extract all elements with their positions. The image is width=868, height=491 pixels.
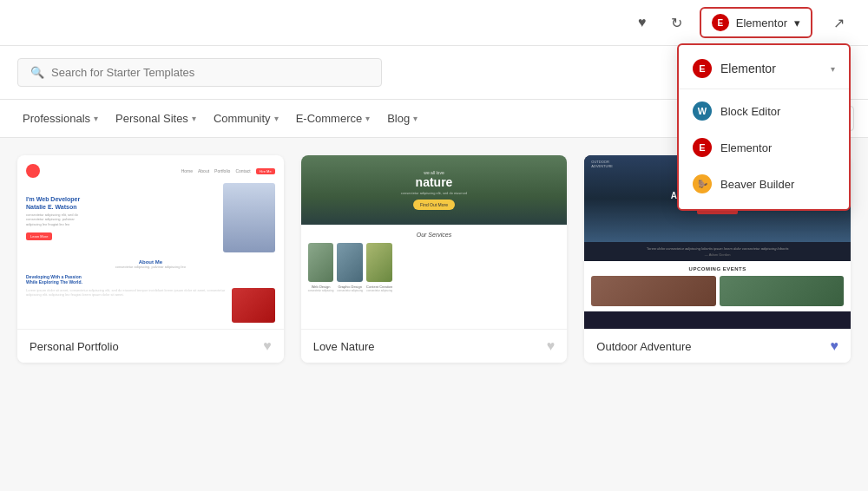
- template-preview-portfolio[interactable]: HomeAboutPortfolioContact Hire Me I'm We…: [17, 155, 284, 329]
- refresh-icon[interactable]: ↻: [665, 10, 689, 35]
- page-wrapper: ♥ ↻ E Elementor ▾ E Elementor ▾ W Block …: [0, 0, 868, 491]
- tab-professionals[interactable]: Professionals ▾: [14, 100, 107, 137]
- elementor-icon: E: [712, 14, 729, 31]
- favorites-icon[interactable]: ♥: [630, 10, 654, 35]
- block-editor-option[interactable]: W Block Editor: [679, 93, 849, 129]
- card-footer-outdoor-adventure: Outdoor Adventure ♥: [584, 329, 851, 363]
- pf-logo: [26, 164, 40, 178]
- elementor-menu-icon: E: [693, 59, 712, 78]
- tab-ecommerce-chevron: ▾: [365, 114, 370, 123]
- search-box[interactable]: 🔍: [17, 58, 382, 87]
- tab-professionals-chevron: ▾: [94, 114, 98, 123]
- elementor-option-label: Elementor: [720, 141, 772, 154]
- search-input[interactable]: [51, 66, 369, 79]
- external-link-icon[interactable]: ↗: [826, 10, 851, 35]
- dropdown-selected-item[interactable]: E Elementor ▾: [679, 52, 849, 89]
- card-footer-love-nature: Love Nature ♥: [301, 329, 568, 363]
- tab-blog[interactable]: Blog ▾: [378, 100, 426, 137]
- card-heart-portfolio[interactable]: ♥: [263, 338, 272, 354]
- card-heart-outdoor-adventure[interactable]: ♥: [830, 338, 838, 354]
- card-title-love-nature: Love Nature: [313, 340, 375, 353]
- tab-professionals-label: Professionals: [23, 112, 90, 125]
- tab-community-chevron: ▾: [274, 114, 279, 123]
- editor-selector-label: Elementor: [736, 16, 787, 29]
- tab-ecommerce-label: E-Commerce: [296, 112, 363, 125]
- beaver-builder-option[interactable]: 🦫 Beaver Builder: [679, 166, 849, 202]
- template-card-personal-portfolio: HomeAboutPortfolioContact Hire Me I'm We…: [17, 155, 284, 363]
- search-icon: 🔍: [30, 66, 44, 79]
- editor-dropdown-menu: E Elementor ▾ W Block Editor E Elementor…: [677, 43, 851, 211]
- elementor-option-icon: E: [693, 138, 712, 157]
- card-footer-portfolio: Personal Portfolio ♥: [17, 329, 284, 363]
- editor-selector-dropdown[interactable]: E Elementor ▾: [700, 7, 812, 38]
- dropdown-selected-chevron: ▾: [831, 64, 835, 74]
- beaver-builder-label: Beaver Builder: [720, 178, 794, 191]
- card-heart-love-nature[interactable]: ♥: [547, 338, 556, 354]
- tab-personal-sites[interactable]: Personal Sites ▾: [107, 100, 205, 137]
- header-toolbar: ♥ ↻ E Elementor ▾ E Elementor ▾ W Block …: [0, 0, 868, 46]
- tab-blog-label: Blog: [387, 112, 410, 125]
- template-card-love-nature: we all love nature consectetur adipiscin…: [301, 155, 568, 363]
- dropdown-selected-label: Elementor: [720, 62, 776, 75]
- tab-community[interactable]: Community ▾: [205, 100, 287, 137]
- wordpress-icon: W: [693, 101, 712, 121]
- tab-personal-sites-label: Personal Sites: [115, 112, 188, 125]
- template-preview-nature[interactable]: we all love nature consectetur adipiscin…: [301, 155, 568, 329]
- tab-community-label: Community: [214, 112, 271, 125]
- chevron-down-icon: ▾: [794, 16, 800, 29]
- pf-nav: HomeAboutPortfolioContact Hire Me: [181, 168, 275, 174]
- tab-ecommerce[interactable]: E-Commerce ▾: [287, 100, 379, 137]
- card-title-portfolio: Personal Portfolio: [30, 340, 119, 353]
- card-title-outdoor-adventure: Outdoor Adventure: [596, 340, 691, 353]
- tab-personal-sites-chevron: ▾: [192, 114, 196, 123]
- block-editor-label: Block Editor: [720, 105, 780, 118]
- elementor-option[interactable]: E Elementor: [679, 129, 849, 166]
- tab-blog-chevron: ▾: [413, 114, 418, 123]
- beaver-builder-icon: 🦫: [693, 174, 712, 193]
